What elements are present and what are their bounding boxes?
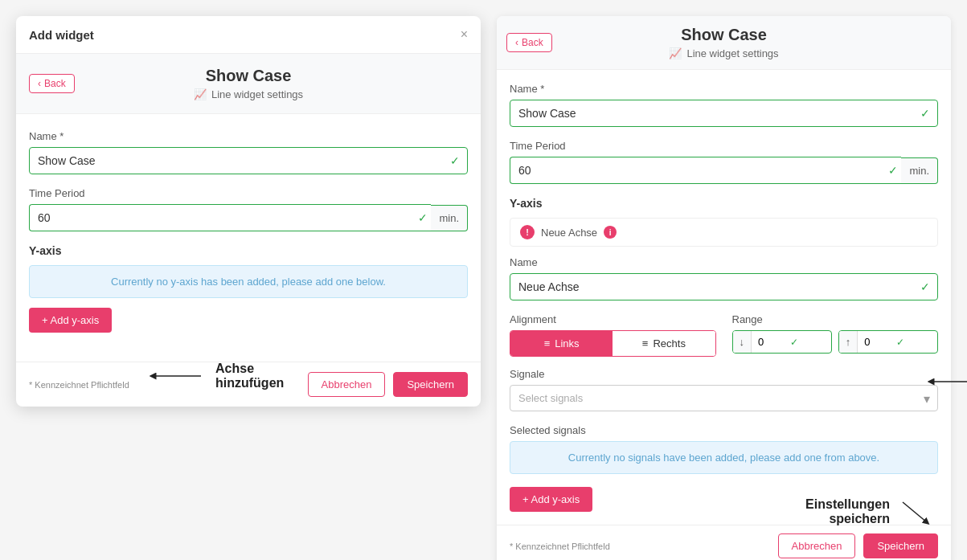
arrow-up-icon: ↑ (839, 331, 858, 353)
right-cancel-button[interactable]: Abbrechen (778, 533, 856, 558)
selected-signals-label: Selected signals (510, 424, 938, 436)
time-period-label: Time Period (29, 187, 468, 199)
axis-name-check-icon: ✓ (920, 280, 930, 293)
back-button[interactable]: ‹ Back (29, 74, 75, 93)
subtitle-text: Line widget settings (211, 88, 303, 100)
right-yaxis-label: Y-axis (510, 197, 938, 210)
axis-name-input[interactable] (510, 273, 938, 300)
right-required-note: * Kennzeichnet Pflichtfeld (510, 542, 610, 551)
alignment-group: Alignment ≡ Links ≡ Rechts (510, 313, 716, 357)
right-name-check-icon: ✓ (920, 107, 930, 120)
widget-title: Show Case (29, 67, 468, 85)
right-panel-title: Show Case (510, 26, 938, 44)
name-form-group: Name * ✓ (29, 130, 468, 174)
right-panel-subtitle: 📈 Line widget settings (510, 47, 938, 59)
modal-header: Add widget × (16, 16, 481, 54)
back-chevron-icon: ‹ (38, 78, 41, 89)
right-time-period-wrapper: ✓ min. (510, 157, 938, 184)
signale-group: Signale Select signals ▾ (510, 368, 938, 411)
right-time-period-group: Time Period ✓ min. (510, 140, 938, 184)
right-time-period-check-icon: ✓ (888, 164, 898, 177)
links-label: Links (555, 337, 579, 349)
arrow-down-icon: ↓ (733, 331, 752, 353)
add-widget-modal: Add widget × ‹ Back Show Case 📈 Line wid… (16, 16, 481, 407)
footer-buttons: Abbrechen Speichern (308, 372, 468, 397)
name-label: Name * (29, 130, 468, 142)
yaxis-info-box: Currently no y-axis has been added, plea… (29, 265, 468, 298)
range-max-input[interactable] (858, 331, 890, 353)
right-panel: ‹ Back Show Case 📈 Line widget settings … (497, 16, 951, 560)
alignment-label: Alignment (510, 313, 716, 325)
right-name-group: Name * ✓ (510, 83, 938, 127)
signal-select-wrapper: Select signals ▾ (510, 385, 938, 411)
back-label: Back (44, 78, 66, 89)
add-yaxis-button[interactable]: + Add y-axis (29, 308, 112, 333)
right-time-period-input[interactable] (510, 157, 901, 184)
right-panel-footer: * Kennzeichnet Pflichtfeld Abbrechen Spe… (497, 525, 951, 560)
modal-title: Add widget (29, 28, 94, 42)
neue-achse-header: ! Neue Achse i (510, 218, 938, 247)
name-check-icon: ✓ (450, 154, 460, 167)
axis-name-group: Name ✓ (510, 256, 938, 300)
range-min-input[interactable] (752, 331, 784, 353)
rechts-button[interactable]: ≡ Rechts (613, 331, 715, 356)
range-min-wrapper: ↓ ✓ (732, 330, 832, 354)
time-period-form-group: Time Period ✓ min. (29, 187, 468, 231)
save-button[interactable]: Speichern (393, 372, 468, 397)
right-footer-buttons: Abbrechen Speichern (778, 533, 938, 558)
right-back-chevron-icon: ‹ (515, 37, 518, 48)
close-button[interactable]: × (461, 27, 468, 42)
widget-header: ‹ Back Show Case 📈 Line widget settings (16, 54, 481, 114)
lines-icon: ≡ (544, 337, 551, 349)
time-period-wrapper: ✓ min. (29, 204, 468, 231)
right-back-label: Back (522, 37, 543, 48)
right-name-wrapper: ✓ (510, 100, 938, 127)
cancel-button[interactable]: Abbrechen (308, 372, 386, 397)
right-panel-header: ‹ Back Show Case 📈 Line widget settings (497, 16, 951, 70)
alignment-toggle: ≡ Links ≡ Rechts (510, 330, 716, 357)
chart-icon: 📈 (194, 88, 207, 100)
yaxis-form-group: Y-axis Currently no y-axis has been adde… (29, 244, 468, 333)
yaxis-section: ! Neue Achse i Name ✓ Alignment (510, 218, 938, 512)
info-icon: i (604, 226, 617, 239)
modal-footer: * Kennzeichnet Pflichtfeld Abbrechen Spe… (16, 362, 481, 407)
signale-label: Signale (510, 368, 938, 380)
right-add-yaxis-button[interactable]: + Add y-axis (510, 487, 592, 512)
range-label: Range (732, 313, 939, 325)
right-panel-body: Name * ✓ Time Period ✓ min. Y-axis (497, 70, 951, 525)
time-period-check-icon: ✓ (418, 211, 428, 224)
rechts-label: Rechts (653, 337, 685, 349)
axis-name-wrapper: ✓ (510, 273, 938, 300)
right-time-period-suffix: min. (901, 157, 938, 184)
axis-name-label: Name (510, 256, 938, 268)
right-time-period-label: Time Period (510, 140, 938, 152)
right-save-button[interactable]: Speichern (863, 533, 938, 558)
selected-signals-group: Selected signals Currently no signals ha… (510, 424, 938, 474)
neue-achse-label: Neue Achse (541, 227, 597, 239)
right-name-label: Name * (510, 83, 938, 95)
alignment-range-row: Alignment ≡ Links ≡ Rechts (510, 313, 938, 357)
yaxis-label: Y-axis (29, 244, 468, 257)
name-input[interactable] (29, 147, 468, 174)
time-period-suffix: min. (431, 205, 468, 231)
signal-select[interactable]: Select signals (510, 385, 938, 411)
right-chart-icon: 📈 (669, 47, 682, 59)
time-period-input[interactable] (29, 204, 431, 231)
lines-icon-2: ≡ (642, 337, 649, 349)
signals-info-box: Currently no signals have been added, pl… (510, 441, 938, 474)
required-note: * Kennzeichnet Pflichtfeld (29, 380, 129, 390)
range-group: Range ↓ ✓ ↑ ✓ (732, 313, 939, 357)
modal-body: Name * ✓ Time Period ✓ min. Y-axis Curre… (16, 114, 481, 362)
range-min-check-icon: ✓ (784, 332, 805, 353)
right-subtitle-text: Line widget settings (686, 47, 778, 59)
range-max-wrapper: ↑ ✓ (838, 330, 938, 354)
right-back-button[interactable]: ‹ Back (506, 33, 552, 52)
right-name-input[interactable] (510, 100, 938, 127)
widget-subtitle: 📈 Line widget settings (29, 88, 468, 100)
range-max-check-icon: ✓ (890, 332, 911, 353)
name-input-wrapper: ✓ (29, 147, 468, 174)
right-panel-container: ‹ Back Show Case 📈 Line widget settings … (497, 16, 951, 560)
links-button[interactable]: ≡ Links (510, 331, 613, 356)
range-inputs: ↓ ✓ ↑ ✓ (732, 330, 939, 354)
error-icon: ! (520, 225, 535, 239)
